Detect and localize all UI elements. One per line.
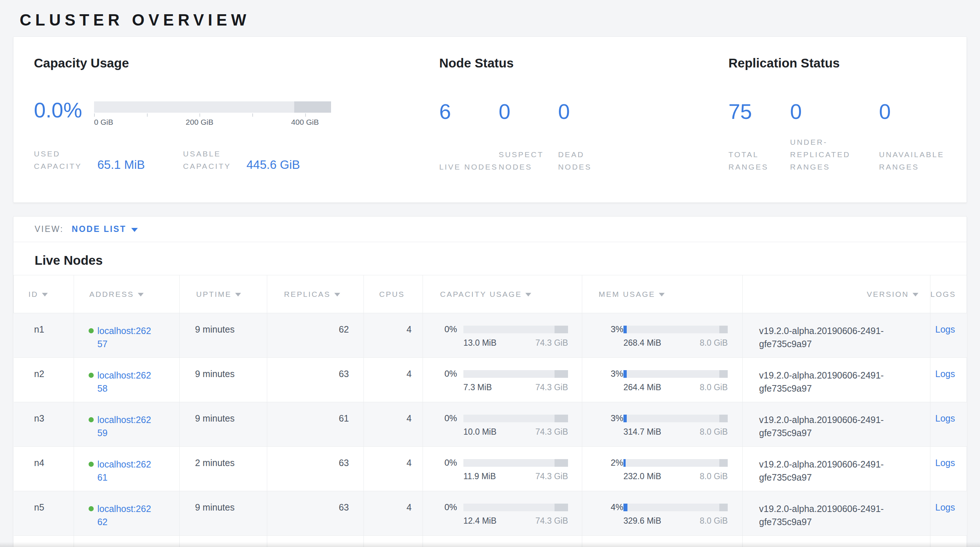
mem-meter-reserved [719,504,728,511]
mem-percent-label: 2% [611,458,624,468]
logs-link[interactable]: Logs [935,324,955,334]
table-row: n1 localhost:26257 9 minutes 62 4 [14,313,967,358]
capacity-usage-title: Capacity Usage [34,56,439,70]
mem-used-value: 232.0 MiB [624,472,661,481]
column-header[interactable]: CAPACITY USAGE [423,275,582,313]
table-row: n2 localhost:26258 9 minutes 63 4 [14,358,967,402]
cpus-cell: 4 [364,491,423,536]
node-address-link[interactable]: localhost:26261 [97,458,155,484]
status-stat: 0 UNAVAILABLE RANGES [879,101,967,173]
capacity-percent-label: 0% [444,502,463,512]
uptime-cell: 2 minutes [180,447,267,491]
node-address-link[interactable]: localhost:26257 [97,324,155,351]
capacity-meter-reserved [555,326,568,333]
logs-cell: Logs [931,358,967,402]
mem-used-value: 329.6 MiB [624,516,661,526]
mem-meter [624,415,728,422]
node-address-link[interactable]: localhost:26262 [97,502,155,529]
live-nodes-title: Live Nodes [13,242,967,275]
column-header[interactable]: VERSION [743,275,931,313]
capacity-used-value: 10.0 MiB [463,427,496,437]
capacity-meter-reserved [555,370,568,378]
node-address-link[interactable]: localhost:26259 [97,413,155,440]
node-list-card: VIEW: NODE LIST Live Nodes ID [13,216,967,547]
capacity-percent-label: 0% [444,324,463,334]
version-cell: v19.2.0-alpha.20190606-2491-gfe735c9a97 [743,447,931,491]
table-row: n3 localhost:26259 9 minutes 61 4 [14,402,967,447]
mem-meter-reserved [719,459,728,467]
logs-link[interactable]: Logs [935,458,955,468]
capacity-usage-cell: 0% 7.3 MiB 74.3 GiB [423,358,582,402]
table-body: n1 localhost:26257 9 minutes 62 4 [14,313,967,536]
logs-link[interactable]: Logs [935,369,955,379]
stat-value: 0 [790,101,879,122]
version-text: v19.2.0-alpha.20190606-2491-gfe735c9a97 [759,413,910,440]
capacity-usage-cell: 0% 13.0 MiB 74.3 GiB [423,313,582,358]
mem-usage-cell: 3% 314.7 MiB 8.0 GiB [582,402,743,447]
version-text: v19.2.0-alpha.20190606-2491-gfe735c9a97 [759,458,910,484]
column-header[interactable]: ADDRESS [74,275,180,313]
status-stat: 0 UNDER-REPLICATED RANGES [790,101,879,173]
node-address-cell: localhost:26259 [74,402,180,447]
column-header[interactable]: REPLICAS [267,275,364,313]
table-header-row: ID ADDRESS UPTIME REPLICAS [14,275,967,313]
replicas-cell: 63 [267,358,364,402]
status-dot-icon [89,462,94,467]
capacity-total-value: 74.3 GiB [536,427,568,437]
uptime-cell: 9 minutes [180,402,267,447]
capacity-usage-cell: 0% 10.0 MiB 74.3 GiB [423,402,582,447]
logs-link[interactable]: Logs [935,413,955,423]
capacity-usage-section: Capacity Usage 0.0% 0 GiB 200 GiB 400 Gi… [34,56,439,202]
node-id-cell: n5 [14,491,74,536]
view-selector-dropdown[interactable]: NODE LIST [72,224,138,234]
node-address-cell: localhost:26257 [74,313,180,358]
stat-label: UNDER-REPLICATED RANGES [790,136,879,173]
column-header[interactable]: ID [14,275,74,313]
status-dot-icon [89,506,94,511]
node-status-section: Node Status 6 LIVE NODES 0 SUSPECT NODES… [439,56,729,202]
version-cell: v19.2.0-alpha.20190606-2491-gfe735c9a97 [743,358,931,402]
page-title: CLUSTER OVERVIEW [20,11,967,29]
stat-value: 65.1 MiB [97,159,145,172]
column-header: LOGS [931,275,967,313]
capacity-total-value: 74.3 GiB [536,383,568,393]
capacity-used-value: 7.3 MiB [463,383,492,393]
version-text: v19.2.0-alpha.20190606-2491-gfe735c9a97 [759,324,910,351]
capacity-total-value: 74.3 GiB [536,472,568,481]
mem-usage-cell: 4% 329.6 MiB 8.0 GiB [582,491,743,536]
mem-percent-label: 3% [611,413,624,423]
logs-link[interactable]: Logs [935,502,955,512]
replication-status-section: Replication Status 75 TOTAL RANGES 0 UND… [729,56,967,202]
stat-value: 445.6 GiB [247,159,300,172]
view-label: VIEW: [35,224,64,234]
column-header[interactable]: UPTIME [180,275,267,313]
version-cell: v19.2.0-alpha.20190606-2491-gfe735c9a97 [743,402,931,447]
version-cell: v19.2.0-alpha.20190606-2491-gfe735c9a97 [743,313,931,358]
capacity-used-value: 11.9 MiB [463,472,496,481]
mem-usage-cell: 3% 268.4 MiB 8.0 GiB [582,313,743,358]
node-id-cell: n2 [14,358,74,402]
axis-tick-label: 0 GiB [94,118,113,127]
capacity-used-value: 13.0 MiB [463,338,496,348]
mem-meter-reserved [719,370,728,378]
node-address-link[interactable]: localhost:26258 [97,369,155,395]
axis-tick-label: 200 GiB [186,118,213,127]
node-id-cell: n4 [14,447,74,491]
column-header-label: REPLICAS [284,290,331,298]
status-stat: 75 TOTAL RANGES [729,101,790,173]
mem-percent-label: 4% [611,502,624,512]
logs-cell: Logs [931,491,967,536]
capacity-usage-cell: 0% 12.4 MiB 74.3 GiB [423,491,582,536]
node-status-stats: 6 LIVE NODES 0 SUSPECT NODES 0 DEAD NODE… [439,101,729,173]
column-header[interactable]: MEM USAGE [582,275,743,313]
capacity-meter [463,370,568,378]
node-id-cell: n1 [14,313,74,358]
capacity-gauge: 0 GiB 200 GiB 400 GiB [94,100,331,127]
capacity-meter [463,326,568,333]
uptime-cell: 9 minutes [180,358,267,402]
mem-total-value: 8.0 GiB [700,472,728,481]
capacity-meter [463,504,568,511]
mem-percent-label: 3% [611,369,624,379]
stat-label: LIVE NODES [439,161,499,173]
status-dot-icon [89,417,94,422]
